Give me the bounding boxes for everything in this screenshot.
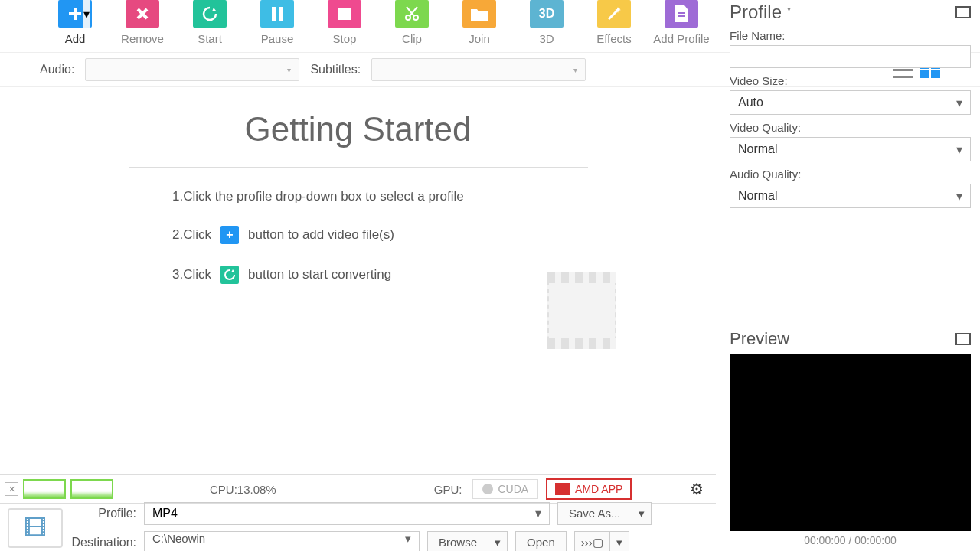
step-2-text-a: 2.Click [172,227,211,243]
subtitles-dropdown[interactable] [371,58,586,81]
document-icon [665,0,698,28]
close-icon[interactable]: ✕ [5,482,18,496]
cpu-graph-2 [70,479,113,499]
filename-label: File Name: [730,29,971,42]
cuda-button[interactable]: CUDA [472,479,538,499]
audio-dropdown[interactable] [85,58,299,81]
cpu-graph-1 [23,479,66,499]
preview-panel: Preview 00:00:00 / 00:00:00 [720,329,980,551]
status-bar: ✕ CPU:13.08% GPU: CUDA AMD APP ⚙ [0,474,716,504]
audioquality-dropdown[interactable]: Normal [730,184,971,208]
step-3-text-b: button to start converting [248,267,391,282]
videosize-label: Video Size: [730,74,971,87]
svg-rect-5 [678,12,685,14]
step-2: 2.Click + button to add video file(s) [172,226,716,244]
expand-icon[interactable] [956,6,971,18]
step-1: 1.Click the profile drop-down box to sel… [172,189,716,204]
audioquality-value: Normal [738,189,778,203]
svg-rect-0 [272,7,276,21]
pause-icon [260,0,294,28]
open-label: Open [527,536,555,549]
amd-icon [555,483,570,495]
svg-rect-6 [678,15,685,17]
stop-icon [328,0,361,28]
destination-input[interactable]: C:\Neowin [144,531,420,552]
step-1-text: 1.Click the profile drop-down box to sel… [172,189,464,204]
gear-icon[interactable]: ⚙ [690,480,704,498]
merge-button[interactable]: ›››▢ [574,531,610,552]
3d-button[interactable]: 3D 3D [518,0,576,45]
profile-dropdown[interactable]: MP4 [144,502,550,525]
bottom-panel: 🎞 Profile: MP4 Save As... ▾ Destination:… [0,504,716,551]
save-as-label: Save As... [569,507,621,520]
videoquality-value: Normal [738,142,778,156]
add-profile-button[interactable]: Add Profile [652,0,710,45]
plus-icon: ▾ [58,0,92,28]
effects-label: Effects [596,32,632,45]
3d-icon: 3D [530,0,564,28]
folder-icon [462,0,496,28]
refresh-icon [193,0,227,28]
browse-button[interactable]: Browse [427,531,488,552]
step-3-text-a: 3.Click [172,267,211,282]
step-3: 3.Click button to start converting [172,266,716,284]
plus-icon: + [220,226,239,244]
effects-button[interactable]: Effects [585,0,643,45]
videoquality-label: Video Quality: [730,121,971,134]
profile-panel: Profile ▾ File Name: Video Size: Auto Vi… [720,0,980,551]
preview-title: Preview [730,329,789,349]
browse-split[interactable]: ▾ [488,531,508,552]
video-thumb-icon[interactable]: 🎞 [8,508,63,548]
save-as-button[interactable]: Save As... [557,502,632,525]
join-button[interactable]: Join [450,0,508,45]
svg-rect-1 [279,7,283,21]
amd-button[interactable]: AMD APP [546,478,632,500]
add-profile-label: Add Profile [653,32,709,45]
getting-started-title: Getting Started [0,110,716,148]
destination-label: Destination: [70,536,136,549]
videosize-value: Auto [738,96,763,109]
remove-label: Remove [121,32,164,45]
start-label: Start [198,32,222,45]
open-button[interactable]: Open [515,531,567,552]
browse-label: Browse [439,536,477,549]
step-2-text-b: button to add video file(s) [248,227,394,243]
clip-button[interactable]: Clip [383,0,441,45]
scissors-icon [395,0,429,28]
pause-button[interactable]: Pause [248,0,306,45]
pause-label: Pause [261,32,294,45]
x-icon [126,0,159,28]
subtitles-label: Subtitles: [310,63,361,77]
cpu-text: CPU:13.08% [210,483,276,496]
add-button[interactable]: ▾ Add [46,0,104,45]
gpu-label: GPU: [434,483,462,496]
fullscreen-icon[interactable] [956,333,971,345]
preview-time: 00:00:00 / 00:00:00 [730,534,971,546]
profile-label: Profile: [70,507,136,520]
main-content: Getting Started 1.Click the profile drop… [0,87,716,456]
3d-label: 3D [539,32,554,45]
clip-label: Clip [402,32,422,45]
start-button[interactable]: Start [181,0,239,45]
stop-label: Stop [333,32,357,45]
wand-icon [597,0,631,28]
videosize-dropdown[interactable]: Auto [730,90,971,115]
divider [129,167,588,168]
stop-button[interactable]: Stop [315,0,374,45]
destination-value: C:\Neowin [152,532,205,545]
videoquality-dropdown[interactable]: Normal [730,137,971,161]
merge-split[interactable]: ▾ [610,531,629,552]
audioquality-label: Audio Quality: [730,168,971,181]
profile-panel-title: Profile ▾ [730,2,791,23]
refresh-icon [220,266,239,284]
cuda-label: CUDA [498,483,528,495]
amd-label: AMD APP [575,483,622,495]
nvidia-icon [482,484,493,494]
save-as-split[interactable]: ▾ [632,502,652,525]
filename-input[interactable] [730,45,971,68]
audio-label: Audio: [40,63,74,77]
join-label: Join [469,32,490,45]
preview-video[interactable] [730,354,971,531]
chevron-down-icon[interactable]: ▾ [83,0,90,28]
remove-button[interactable]: Remove [113,0,172,45]
